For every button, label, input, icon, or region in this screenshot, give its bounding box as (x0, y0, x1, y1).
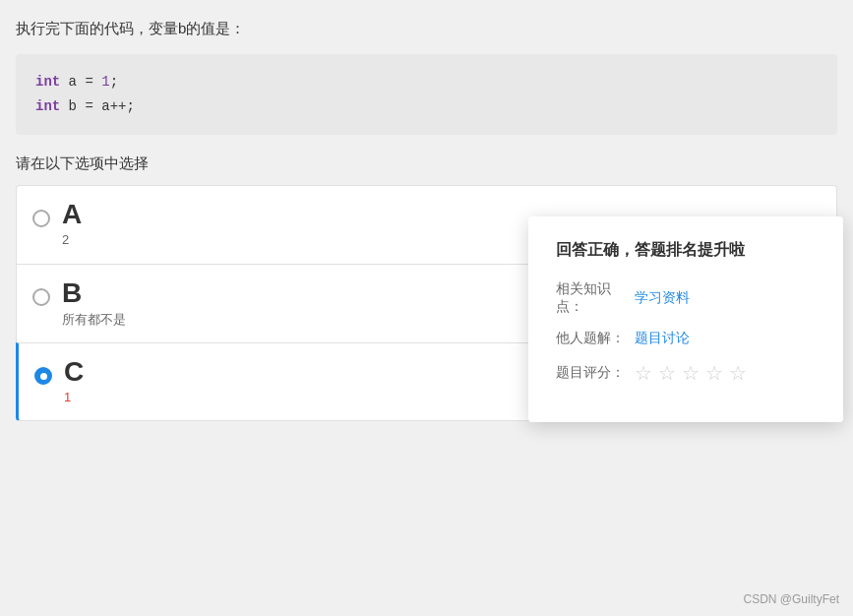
star-3[interactable]: ☆ (682, 361, 700, 385)
question-title: 执行完下面的代码，变量b的值是： (16, 20, 837, 38)
star-1[interactable]: ☆ (635, 361, 652, 385)
popup-title: 回答正确，答题排名提升啦 (556, 240, 816, 261)
option-a-value: 2 (62, 232, 82, 247)
code-num-1: 1 (101, 70, 109, 94)
option-a-content: A 2 (62, 200, 82, 247)
popup-row-rating: 题目评分： ☆ ☆ ☆ ☆ ☆ (556, 361, 816, 385)
keyword-int-1: int (35, 70, 60, 94)
option-b-value: 所有都不是 (62, 311, 126, 329)
option-c-value: 1 (64, 390, 84, 404)
code-rest-2: b = a++; (60, 94, 135, 119)
popup-label-knowledge: 相关知识点： (556, 280, 635, 316)
option-b-content: B 所有都不是 (62, 278, 126, 329)
radio-c[interactable] (34, 367, 52, 385)
popup-row-solution: 他人题解： 题目讨论 (556, 330, 816, 347)
page-container: 执行完下面的代码，变量b的值是： int a = 1 ; int b = a++… (0, 0, 853, 616)
radio-a[interactable] (32, 210, 50, 227)
option-c-content: C 1 (64, 357, 84, 404)
option-c-letter: C (64, 357, 84, 388)
code-line-2: int b = a++; (35, 94, 818, 119)
section-label: 请在以下选项中选择 (16, 154, 837, 173)
option-b-letter: B (62, 278, 126, 309)
stars-container: ☆ ☆ ☆ ☆ ☆ (635, 361, 747, 385)
radio-b[interactable] (32, 288, 50, 306)
code-line-1: int a = 1 ; (35, 70, 818, 94)
code-block: int a = 1 ; int b = a++; (16, 54, 837, 135)
knowledge-link[interactable]: 学习资料 (635, 289, 690, 307)
result-popup: 回答正确，答题排名提升啦 相关知识点： 学习资料 他人题解： 题目讨论 题目评分… (528, 216, 843, 422)
watermark: CSDN @GuiltyFet (743, 592, 839, 606)
solution-link[interactable]: 题目讨论 (635, 330, 690, 347)
code-rest-1: a = (60, 70, 101, 94)
code-semi-1: ; (110, 70, 118, 94)
option-a-letter: A (62, 200, 82, 230)
star-5[interactable]: ☆ (729, 361, 747, 385)
popup-row-knowledge: 相关知识点： 学习资料 (556, 280, 816, 316)
star-2[interactable]: ☆ (658, 361, 676, 385)
popup-label-solution: 他人题解： (556, 330, 635, 347)
popup-label-rating: 题目评分： (556, 364, 635, 382)
star-4[interactable]: ☆ (705, 361, 723, 385)
keyword-int-2: int (35, 94, 60, 119)
